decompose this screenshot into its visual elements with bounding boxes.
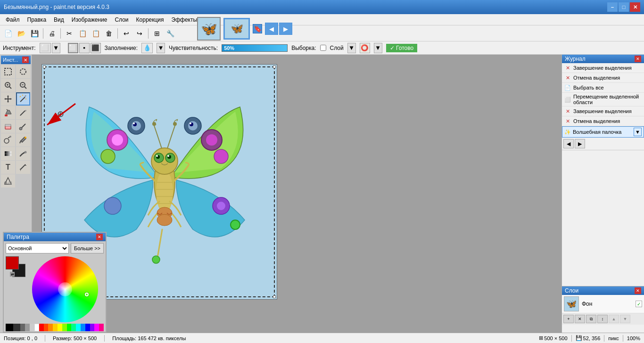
instrument-dropdown[interactable]: ▼	[52, 43, 60, 53]
layer-item-0[interactable]: 🦋 Фон ✓	[562, 295, 644, 313]
tool-rectangle-select[interactable]	[1, 65, 15, 78]
layer-duplicate-button[interactable]: ⧉	[586, 315, 596, 323]
tool-shapes[interactable]	[1, 174, 15, 188]
swatch-red[interactable]	[39, 324, 44, 331]
wand-selector[interactable]: ✨ Волшебная палочка ▼	[562, 126, 644, 138]
tool-clone-stamp[interactable]	[1, 133, 15, 147]
tool-paint-bucket[interactable]	[1, 106, 15, 119]
journal-close-button[interactable]: ✕	[635, 56, 641, 62]
menu-effects[interactable]: Эффекты	[168, 16, 201, 24]
tools-panel-close[interactable]: ✕	[22, 57, 29, 63]
sel-style-intersect[interactable]: ⬛	[91, 43, 101, 53]
swatch-orange-red[interactable]	[44, 324, 49, 331]
layer-visibility-checkbox-0[interactable]: ✓	[636, 301, 642, 307]
swatch-gray[interactable]	[25, 324, 30, 331]
selection-handle-br[interactable]	[273, 295, 276, 298]
palette-more-button[interactable]: Больше >>	[71, 243, 104, 253]
journal-item-5[interactable]: ✕ Отмена выделения	[562, 116, 644, 126]
swatch-cyan[interactable]	[76, 324, 81, 331]
done-button[interactable]: ✓ Готово	[386, 44, 417, 52]
canvas-area[interactable]: ⊕	[32, 55, 561, 343]
sel-style-add[interactable]: ⬜	[68, 43, 78, 53]
swatch-pink[interactable]	[99, 324, 104, 331]
swatch-yellow-orange[interactable]	[53, 324, 58, 331]
nav-next-button[interactable]: ▶	[279, 23, 292, 35]
menu-correction[interactable]: Коррекция	[132, 16, 168, 24]
tool-zoom-out[interactable]	[16, 79, 30, 92]
tool-gradient[interactable]	[1, 147, 15, 160]
layer-down-button[interactable]: ▼	[620, 315, 630, 323]
swatch-darkgray1[interactable]	[13, 324, 21, 331]
fill-icon-button[interactable]: 💧	[141, 43, 153, 53]
tool-dropper[interactable]	[16, 133, 30, 147]
tool-text[interactable]: T	[1, 161, 15, 174]
journal-redo-button[interactable]: ▶	[575, 139, 585, 148]
menu-view[interactable]: Вид	[50, 16, 68, 24]
swatch-yellow-green[interactable]	[62, 324, 67, 331]
menu-image[interactable]: Изображение	[68, 16, 111, 24]
journal-item-0[interactable]: ✕ Завершение выделения	[562, 63, 644, 73]
layer-delete-button[interactable]: ✕	[575, 315, 585, 323]
tool-path[interactable]: \	[16, 161, 30, 174]
tool-zoom-in[interactable]	[1, 79, 15, 92]
fill-dropdown[interactable]: ▼	[157, 43, 165, 53]
menu-edit[interactable]: Правка	[24, 16, 50, 24]
swatch-lightgray[interactable]	[30, 324, 34, 331]
swatch-blue[interactable]	[85, 324, 90, 331]
open-file-button[interactable]: 📂	[15, 27, 27, 40]
sensitivity-slider[interactable]: 50%	[222, 44, 288, 52]
swatch-yellow[interactable]	[58, 324, 62, 331]
swatch-teal-green[interactable]	[71, 324, 76, 331]
tool-eraser[interactable]	[1, 120, 15, 133]
grid-button[interactable]: ⊞	[151, 27, 163, 40]
maximize-button[interactable]: □	[619, 2, 629, 12]
instrument-select-button[interactable]: ⬜	[40, 43, 51, 53]
layer-dropdown[interactable]: ▼	[347, 43, 356, 53]
wand-dropdown[interactable]: ▼	[634, 128, 642, 136]
color-wheel[interactable]	[32, 256, 98, 322]
tool-lasso-select[interactable]	[16, 65, 30, 78]
tool-pencil[interactable]	[16, 106, 30, 119]
primary-color-swatch[interactable]	[6, 256, 19, 270]
swatch-magenta[interactable]	[94, 324, 99, 331]
swatch-green[interactable]	[67, 324, 72, 331]
close-button[interactable]: ✕	[630, 2, 640, 12]
layer-add-button[interactable]: +	[563, 315, 574, 323]
selection-handle-tr[interactable]	[273, 65, 276, 68]
print-button[interactable]: 🖨	[46, 27, 58, 40]
undo-button[interactable]: ↩	[120, 27, 132, 40]
settings-button[interactable]: 🔧	[164, 27, 176, 40]
paste-button[interactable]: 📋	[90, 27, 102, 40]
color-wheel-container[interactable]	[32, 256, 98, 322]
menu-layers[interactable]: Слои	[111, 16, 132, 24]
tool-brush[interactable]	[16, 120, 30, 133]
journal-item-1[interactable]: ✕ Отмена выделения	[562, 73, 644, 83]
redo-button[interactable]: ↪	[133, 27, 146, 40]
swap-colors-button[interactable]: ⇄	[10, 272, 15, 277]
swatch-black[interactable]	[6, 324, 13, 331]
circle-sel-button[interactable]: ⭕	[360, 43, 370, 53]
sel-style-subtract[interactable]: ▪	[79, 43, 90, 53]
tool-move-selection[interactable]	[1, 92, 15, 106]
layer-checkbox-option[interactable]	[320, 45, 326, 51]
journal-item-2[interactable]: 📄 Выбрать все	[562, 83, 644, 93]
nav-prev-button[interactable]: ◀	[265, 23, 278, 35]
swatch-violet[interactable]	[90, 324, 95, 331]
journal-item-3[interactable]: ⬜ Перемещение выделенной области	[562, 93, 644, 106]
new-file-button[interactable]: 📄	[2, 27, 14, 40]
tool-magic-wand[interactable]	[16, 92, 30, 106]
selection-handle-tl[interactable]	[43, 65, 46, 68]
swatch-white[interactable]	[34, 324, 39, 331]
save-file-button[interactable]: 💾	[28, 27, 41, 40]
swatch-sky-blue[interactable]	[81, 324, 85, 331]
palette-mode-select[interactable]: Основной	[6, 243, 69, 253]
image-thumbnail[interactable]: 🦋	[225, 19, 248, 38]
circle-sel-dropdown[interactable]: ▼	[374, 43, 382, 53]
image-thumbnail-active[interactable]: 🦋	[197, 17, 221, 41]
cut-button[interactable]: ✂	[63, 27, 75, 40]
minimize-button[interactable]: –	[607, 2, 618, 12]
delete-button[interactable]: 🗑	[103, 27, 115, 40]
copy-button[interactable]: 📋	[76, 27, 89, 40]
layer-up-button[interactable]: ▲	[609, 315, 619, 323]
layers-close-button[interactable]: ✕	[635, 287, 641, 294]
